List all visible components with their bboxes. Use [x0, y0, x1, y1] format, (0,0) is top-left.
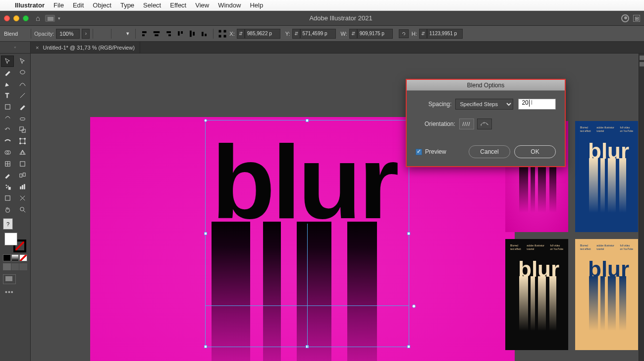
transform-each-icon[interactable] [217, 28, 228, 39]
rotate-tool-icon[interactable] [1, 124, 14, 135]
align-hcenter-icon[interactable] [151, 28, 162, 39]
graph-tool-icon[interactable] [16, 181, 29, 192]
svg-rect-17 [193, 32, 195, 36]
workspace-switcher[interactable] [45, 15, 55, 22]
mesh-tool-icon[interactable] [1, 158, 14, 170]
document-tab-title: Untitled-1* @ 31,73 % (RGB/Preview) [43, 45, 134, 51]
align-bottom-icon[interactable] [199, 28, 210, 39]
line-tool-icon[interactable] [16, 90, 29, 101]
menu-effect[interactable]: Effect [170, 1, 186, 9]
dialog-title: Blend Options [407, 80, 565, 91]
artboard-tool-icon[interactable] [1, 192, 14, 204]
document-tab[interactable]: × Untitled-1* @ 31,73 % (RGB/Preview) [31, 42, 140, 53]
thumb-black: Blurredtext effectadobe illustratortutor… [505, 239, 568, 350]
align-top-icon[interactable] [175, 28, 186, 39]
lasso-tool-icon[interactable] [16, 67, 29, 78]
y-stepper[interactable]: ⇵ [292, 29, 300, 39]
blend-spine-point[interactable] [412, 304, 416, 308]
menu-file[interactable]: File [54, 1, 64, 9]
fill-swatch[interactable] [4, 233, 17, 245]
orientation-align-path-icon[interactable] [477, 119, 492, 129]
h-stepper[interactable]: ⇵ [419, 29, 427, 39]
draw-inside-icon[interactable] [19, 263, 27, 270]
shape-builder-tool-icon[interactable] [1, 147, 14, 158]
magic-wand-tool-icon[interactable] [1, 67, 14, 78]
orientation-align-page-icon[interactable] [459, 119, 474, 129]
blend-tool-icon[interactable] [16, 170, 29, 181]
x-field[interactable]: 985,9622 p [245, 29, 280, 39]
svg-rect-13 [178, 31, 180, 36]
share-button[interactable]: ⊞ [633, 15, 640, 22]
align-right-icon[interactable] [163, 28, 174, 39]
window-minimize-button[interactable] [13, 15, 19, 21]
w-label: W: [341, 31, 347, 37]
opacity-stepper[interactable]: › [82, 29, 90, 39]
x-stepper[interactable]: ⇵ [237, 29, 245, 39]
close-tab-icon[interactable]: × [36, 45, 39, 51]
link-wh-icon[interactable] [399, 29, 409, 38]
unknown-tool-icon[interactable]: ? [3, 218, 13, 230]
menu-type[interactable]: Type [120, 1, 134, 9]
menu-window[interactable]: Window [218, 1, 241, 9]
direct-selection-tool-icon[interactable] [16, 56, 29, 67]
recolor-artwork-icon[interactable] [97, 28, 107, 39]
steps-input[interactable]: 20I [518, 99, 556, 110]
home-icon[interactable]: ⌂ [36, 14, 40, 22]
hand-tool-icon[interactable] [1, 204, 14, 215]
y-field[interactable]: 571,4599 p [300, 29, 336, 39]
preview-checkbox[interactable] [416, 149, 422, 155]
pen-tool-icon[interactable] [1, 78, 14, 90]
eyedropper-tool-icon[interactable] [1, 170, 14, 181]
menu-select[interactable]: Select [143, 1, 161, 9]
svg-rect-1 [117, 30, 124, 37]
svg-point-36 [24, 143, 26, 144]
menu-help[interactable]: Help [250, 1, 263, 9]
type-tool-icon[interactable]: T [1, 90, 14, 101]
perspective-grid-tool-icon[interactable] [16, 147, 29, 158]
w-stepper[interactable]: ⇵ [349, 29, 357, 39]
toolbar-collapse-grip[interactable]: « [0, 42, 31, 53]
color-solid-icon[interactable] [3, 254, 11, 261]
color-none-icon[interactable] [19, 254, 27, 261]
panel-dock[interactable] [639, 54, 644, 361]
cancel-button[interactable]: Cancel [469, 145, 510, 158]
free-transform-tool-icon[interactable] [16, 135, 29, 147]
svg-rect-11 [168, 34, 171, 36]
symbol-sprayer-tool-icon[interactable] [1, 181, 14, 192]
w-field[interactable]: 909,9175 p [357, 29, 393, 39]
menu-view[interactable]: View [195, 1, 209, 9]
draw-mode-row [0, 262, 30, 271]
rectangle-tool-icon[interactable] [1, 101, 14, 113]
zoom-tool-icon[interactable] [16, 204, 29, 215]
svg-rect-19 [202, 32, 204, 36]
slice-tool-icon[interactable] [16, 192, 29, 204]
svg-rect-44 [20, 162, 25, 166]
menu-edit[interactable]: Edit [73, 1, 84, 9]
transform-icon[interactable] [115, 28, 126, 39]
user-profile-icon[interactable] [621, 14, 629, 22]
width-tool-icon[interactable] [1, 135, 14, 147]
draw-behind-icon[interactable] [11, 263, 19, 270]
selection-tool-icon[interactable] [1, 56, 14, 67]
shaper-tool-icon[interactable] [1, 113, 14, 124]
eraser-tool-icon[interactable] [16, 113, 29, 124]
fill-stroke-swatches[interactable] [4, 233, 26, 252]
paintbrush-tool-icon[interactable] [16, 101, 29, 113]
spacing-select[interactable]: Specified Steps [455, 99, 513, 110]
h-field[interactable]: 1123,9951 p [427, 29, 463, 39]
scale-tool-icon[interactable] [16, 124, 29, 135]
color-gradient-icon[interactable] [11, 254, 19, 261]
curvature-tool-icon[interactable] [16, 78, 29, 90]
draw-normal-icon[interactable] [3, 263, 11, 270]
align-left-icon[interactable] [139, 28, 150, 39]
window-zoom-button[interactable] [23, 15, 29, 21]
edit-toolbar-icon[interactable]: ••• [0, 284, 30, 296]
opacity-field[interactable]: 100% [56, 29, 80, 39]
app-menu[interactable]: Illustrator [15, 1, 45, 9]
screen-mode-icon[interactable] [3, 274, 16, 284]
window-close-button[interactable] [4, 15, 10, 21]
menu-object[interactable]: Object [93, 1, 111, 9]
ok-button[interactable]: OK [514, 145, 556, 158]
gradient-tool-icon[interactable] [16, 158, 29, 170]
align-vcenter-icon[interactable] [187, 28, 198, 39]
